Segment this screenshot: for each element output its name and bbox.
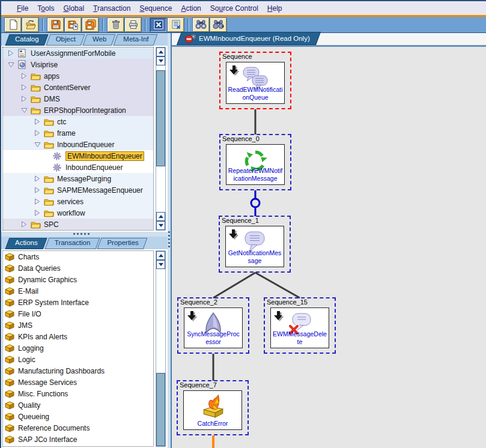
menu-bar: File Tools Global Transaction Sequence A… bbox=[1, 1, 486, 15]
tab-actions[interactable]: Actions bbox=[7, 238, 45, 249]
delete-button[interactable] bbox=[108, 18, 124, 32]
horizontal-splitter[interactable] bbox=[1, 232, 168, 237]
tab-catalog[interactable]: Catalog bbox=[7, 34, 46, 46]
tree-item-visiprise[interactable]: Visiprise bbox=[3, 59, 153, 70]
tree-item-ewminboundenqueuer[interactable]: EWMInboundEnqueuer bbox=[3, 150, 153, 162]
action-category-jms[interactable]: JMS bbox=[3, 319, 153, 331]
menu-tools[interactable]: Tools bbox=[37, 4, 54, 13]
flow-node-sequence-2[interactable]: Sequence_2 SyncMessageProcessor bbox=[177, 297, 249, 354]
action-category-charts[interactable]: Charts bbox=[3, 251, 153, 262]
menu-file[interactable]: File bbox=[17, 4, 28, 13]
scrollbar-thumb[interactable] bbox=[156, 373, 165, 446]
menu-transaction[interactable]: Transaction bbox=[93, 4, 130, 13]
scrollbar-thumb[interactable] bbox=[156, 70, 165, 166]
collapse-arrow-icon[interactable] bbox=[31, 187, 44, 193]
tree-item-erpshopfloorintegration[interactable]: ERPShopFloorIntegration bbox=[3, 104, 153, 116]
action-category-file-io[interactable]: File I/O bbox=[3, 308, 153, 319]
catalog-tabstrip: Catalog Object Web Meta-Inf bbox=[1, 33, 168, 46]
tree-item-apps[interactable]: apps bbox=[3, 70, 153, 82]
tree-item-messagepurging[interactable]: MessagePurging bbox=[3, 173, 153, 184]
action-category-manufacturing-dashboards[interactable]: Manufacturing Dashboards bbox=[3, 365, 153, 377]
tree-item-contentserver[interactable]: ContentServer bbox=[3, 82, 153, 93]
flow-node-sequence-7[interactable]: Sequence_7 CatchError bbox=[177, 380, 249, 435]
expand-arrow-icon[interactable] bbox=[4, 62, 17, 68]
action-category-kpis-and-alerts[interactable]: KPIs and Alerts bbox=[3, 331, 153, 342]
export-x-button[interactable] bbox=[150, 18, 166, 32]
tree-scrollbar[interactable] bbox=[156, 47, 166, 231]
collapse-arrow-icon[interactable] bbox=[31, 118, 44, 125]
collapse-arrow-icon[interactable] bbox=[17, 73, 31, 79]
action-category-reference-documents[interactable]: Reference Documents bbox=[3, 422, 153, 434]
tree-item-spc[interactable]: SPC bbox=[3, 219, 153, 230]
find-next-button[interactable] bbox=[210, 18, 226, 32]
collapse-arrow-icon[interactable] bbox=[17, 95, 31, 102]
scroll-down-button[interactable] bbox=[156, 56, 165, 65]
save-all-button[interactable] bbox=[82, 18, 99, 32]
flow-node-sequence-15[interactable]: Sequence_15 EWMMessageDelete bbox=[264, 297, 336, 354]
vertical-splitter[interactable] bbox=[168, 33, 172, 448]
tree-item-frame[interactable]: frame bbox=[3, 127, 153, 139]
tab-object[interactable]: Object bbox=[48, 34, 83, 46]
scroll-up-button[interactable] bbox=[156, 212, 165, 221]
collapse-arrow-icon[interactable] bbox=[4, 50, 17, 56]
action-category-data-queries[interactable]: Data Queries bbox=[3, 262, 153, 274]
action-category-dynamic-graphics[interactable]: Dynamic Graphics bbox=[3, 274, 153, 285]
flow-node-sequence-0[interactable]: Sequence_0 RepeaterEWMNotificationMessag… bbox=[219, 134, 291, 190]
new-document-icon bbox=[8, 19, 19, 30]
action-category-queueing[interactable]: Queueing bbox=[3, 411, 153, 422]
action-category-logic[interactable]: Logic bbox=[3, 354, 153, 365]
scroll-up-button[interactable] bbox=[156, 47, 165, 56]
flow-node-sequence-1[interactable]: Sequence_1 GetNotificationMessage bbox=[219, 216, 291, 273]
tab-properties[interactable]: Properties bbox=[99, 238, 145, 249]
collapse-arrow-icon[interactable] bbox=[17, 221, 31, 228]
action-category-quality[interactable]: Quality bbox=[3, 399, 153, 411]
tab-meta-inf[interactable]: Meta-Inf bbox=[115, 34, 156, 46]
tree-item-dms[interactable]: DMS bbox=[3, 93, 153, 104]
expand-arrow-icon[interactable] bbox=[17, 107, 31, 114]
action-category-sap-jco-interface[interactable]: SAP JCo Interface bbox=[3, 434, 153, 445]
editor-tab[interactable]: EWMInboundEnqueuer (Read Only) bbox=[179, 32, 318, 45]
tree-item-ctc[interactable]: ctc bbox=[3, 116, 153, 127]
collapse-arrow-icon[interactable] bbox=[31, 198, 44, 205]
tree-item-userassignmentformobile[interactable]: UserAssignmentForMobile bbox=[3, 47, 153, 59]
package-icon bbox=[5, 298, 16, 307]
script-delete-button[interactable] bbox=[168, 18, 184, 32]
scroll-down-button[interactable] bbox=[156, 260, 165, 269]
entry-arrow-icon bbox=[187, 310, 197, 321]
collapse-arrow-icon[interactable] bbox=[31, 175, 44, 182]
flow-node-sequence[interactable]: Sequence ReadEWMNotificationQueue bbox=[219, 52, 291, 109]
new-document-button[interactable] bbox=[5, 18, 21, 32]
collapse-arrow-icon[interactable] bbox=[31, 130, 44, 136]
open-button[interactable] bbox=[22, 18, 38, 32]
collapse-arrow-icon[interactable] bbox=[31, 210, 44, 216]
tree-item-sapmemessageenqueuer[interactable]: SAPMEMessageEnqueuer bbox=[3, 184, 153, 196]
action-category-misc-functions[interactable]: Misc. Functions bbox=[3, 388, 153, 399]
scroll-down-button[interactable] bbox=[156, 221, 165, 230]
action-category-erp-system-interface[interactable]: ERP System Interface bbox=[3, 297, 153, 308]
tree-item-services[interactable]: services bbox=[3, 196, 153, 207]
tree-item-workflow[interactable]: workflow bbox=[3, 207, 153, 219]
print-button[interactable] bbox=[125, 18, 141, 32]
package-icon bbox=[5, 321, 16, 330]
tree-item-inboundenqueuer[interactable]: InboundEnqueuer bbox=[3, 162, 153, 173]
scroll-up-button[interactable] bbox=[156, 251, 165, 260]
action-category-sap-jra-interface[interactable]: SAP JRA Interface bbox=[3, 445, 153, 447]
menu-source-control[interactable]: Source Control bbox=[210, 4, 258, 13]
action-category-email[interactable]: E-Mail bbox=[3, 285, 153, 297]
tree-item-inboundenqueuer-folder[interactable]: InboundEnqueuer bbox=[3, 139, 153, 150]
find-button[interactable] bbox=[193, 18, 209, 32]
action-category-logging[interactable]: Logging bbox=[3, 342, 153, 354]
actions-scrollbar[interactable] bbox=[156, 250, 166, 447]
save-button[interactable] bbox=[47, 18, 64, 32]
tab-transaction[interactable]: Transaction bbox=[47, 238, 98, 249]
menu-action[interactable]: Action bbox=[181, 4, 201, 13]
menu-help[interactable]: Help bbox=[267, 4, 282, 13]
tab-web[interactable]: Web bbox=[85, 34, 114, 46]
action-category-message-services[interactable]: Message Services bbox=[3, 377, 153, 388]
collapse-arrow-icon[interactable] bbox=[17, 84, 31, 91]
flow-workspace: Sequence ReadEWMNotificationQueue Sequen… bbox=[172, 47, 486, 448]
save-as-button[interactable] bbox=[65, 18, 81, 32]
menu-sequence[interactable]: Sequence bbox=[139, 4, 172, 13]
menu-global[interactable]: Global bbox=[63, 4, 84, 13]
expand-arrow-icon[interactable] bbox=[31, 142, 44, 148]
